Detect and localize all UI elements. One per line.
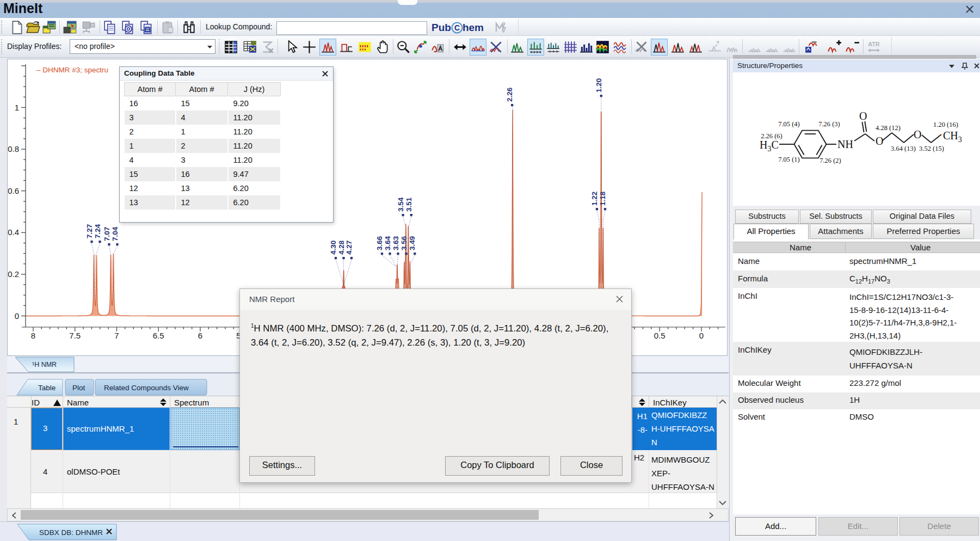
svg-text:8: 8 (31, 331, 35, 340)
svg-text:7.26 (2): 7.26 (2) (819, 157, 841, 164)
svg-text:1.20 (16): 1.20 (16) (933, 121, 958, 128)
svg-text:1.22: 1.22 (590, 192, 599, 206)
svg-text:0.5: 0.5 (654, 331, 665, 340)
svg-text:Plot: Plot (72, 384, 85, 392)
svg-text:1: 1 (15, 103, 19, 112)
svg-text:0: 0 (699, 331, 704, 340)
svg-text:7.26 (3): 7.26 (3) (818, 120, 840, 128)
svg-text:O: O (876, 135, 883, 147)
svg-text:0: 0 (15, 311, 19, 321)
svg-text:C: C (454, 23, 460, 32)
svg-text:7.5: 7.5 (69, 331, 81, 340)
svg-text:CH3: CH3 (943, 130, 962, 144)
svg-text:2.26 (6): 2.26 (6) (761, 132, 782, 140)
svg-text:3.52 (15): 3.52 (15) (919, 145, 944, 152)
svg-text:3.64 (13): 3.64 (13) (891, 145, 916, 152)
svg-text:7.24: 7.24 (94, 224, 102, 238)
svg-text:¹H NMR: ¹H NMR (32, 361, 57, 368)
svg-text:H3C: H3C (760, 139, 779, 153)
svg-text:2.26: 2.26 (506, 87, 514, 102)
svg-text:0.4: 0.4 (8, 228, 19, 237)
svg-text:7: 7 (114, 331, 119, 340)
svg-text:3.51: 3.51 (405, 197, 413, 212)
svg-text:1.18: 1.18 (599, 191, 607, 206)
svg-text:0.6: 0.6 (8, 186, 19, 195)
svg-text:3.54: 3.54 (397, 197, 405, 212)
svg-text:6.5: 6.5 (153, 331, 164, 340)
svg-text:Table: Table (38, 384, 56, 392)
svg-text:3.63: 3.63 (392, 236, 400, 250)
svg-text:7.05 (4): 7.05 (4) (778, 120, 800, 128)
svg-text:7.05 (1): 7.05 (1) (778, 156, 800, 163)
svg-text:ATR: ATR (868, 41, 880, 47)
svg-text:3.64: 3.64 (384, 236, 392, 250)
svg-text:7.04: 7.04 (111, 226, 119, 241)
svg-text:6: 6 (198, 331, 202, 340)
svg-text:3.66: 3.66 (375, 236, 384, 250)
svg-text:0.2: 0.2 (8, 269, 19, 279)
svg-text:4.27: 4.27 (345, 241, 353, 255)
svg-text:NH: NH (837, 138, 853, 150)
svg-text:7.27: 7.27 (85, 224, 94, 238)
svg-text:SDBX DB: DHNMR: SDBX DB: DHNMR (39, 528, 103, 537)
svg-text:3.56: 3.56 (400, 236, 408, 250)
svg-text:O: O (859, 110, 867, 122)
svg-text:4.28: 4.28 (337, 240, 346, 255)
svg-text:Related Compounds View: Related Compounds View (104, 384, 189, 392)
svg-text:0.8: 0.8 (8, 144, 19, 153)
svg-text:3.49: 3.49 (408, 236, 416, 250)
svg-text:4.30: 4.30 (329, 241, 337, 255)
svg-text:1.20: 1.20 (595, 78, 603, 93)
svg-text:7.07: 7.07 (103, 227, 111, 241)
svg-text:O: O (914, 128, 921, 140)
svg-text:4.28 (12): 4.28 (12) (876, 124, 901, 132)
